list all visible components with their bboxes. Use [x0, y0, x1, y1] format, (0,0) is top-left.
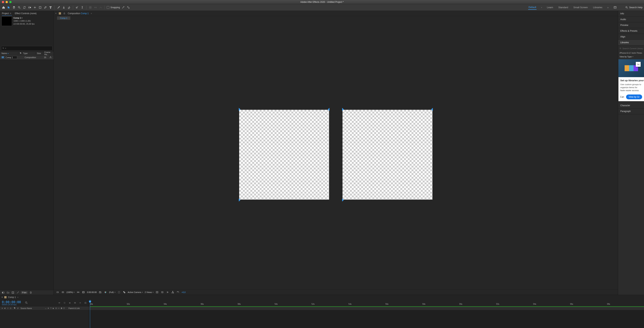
lock-icon[interactable]	[63, 12, 66, 14]
new-folder-icon[interactable]	[6, 291, 10, 294]
brush-tool-icon[interactable]	[56, 5, 61, 9]
share-view-icon[interactable]	[156, 291, 159, 294]
viewport-left[interactable]	[239, 110, 329, 200]
workspace-overflow-icon[interactable]: »	[607, 6, 609, 9]
hand-tool-icon[interactable]	[12, 5, 16, 9]
pixel-aspect-icon[interactable]	[161, 291, 164, 294]
zoom-tool-icon[interactable]	[17, 5, 21, 9]
mask-visibility-icon[interactable]	[61, 291, 64, 294]
comp-mini-flow-icon[interactable]	[58, 301, 61, 305]
time-ruler[interactable]: 00s02s04s06s08s10s12s14s16s18s20s22s24s2…	[89, 300, 644, 306]
close-timeline-icon[interactable]: ×	[2, 296, 3, 299]
timeline-tab[interactable]: Comp 1	[8, 296, 16, 299]
parent-link-col[interactable]: Parent & Link	[67, 307, 89, 309]
selection-tool-icon[interactable]	[7, 5, 11, 9]
asterisk-switch-icon[interactable]	[47, 307, 50, 309]
camera-selector[interactable]: Active Camera▾	[128, 291, 143, 293]
comp-name-input[interactable]	[5, 56, 17, 59]
col-size[interactable]: Size	[36, 52, 43, 54]
lock-col-icon[interactable]	[10, 307, 12, 309]
orbit-tool-icon[interactable]	[22, 5, 26, 9]
zoom-selector[interactable]: (100%)▾	[66, 291, 74, 293]
comp-mini-flowchart-tab[interactable]: Comp 1	[57, 16, 70, 20]
library-view-mode[interactable]: View by Type▾	[618, 55, 644, 59]
shy-switch-icon[interactable]	[44, 307, 47, 309]
panel-info[interactable]: Info	[618, 11, 644, 16]
new-comp-icon[interactable]	[11, 291, 14, 294]
workspace-default[interactable]: Default	[528, 5, 536, 10]
roto-brush-tool-icon[interactable]	[75, 5, 79, 9]
bit-depth-button[interactable]: 8 bpc	[21, 291, 28, 294]
transparency-grid-icon[interactable]	[122, 291, 126, 294]
close-viewer-icon[interactable]: ×	[55, 12, 56, 15]
label-col-icon[interactable]	[14, 307, 16, 309]
timeline-search-icon[interactable]	[25, 301, 28, 304]
panel-align[interactable]: Align	[618, 34, 644, 40]
eraser-tool-icon[interactable]	[67, 5, 71, 9]
library-name[interactable]: iPhone-6-4,7-inch-Three-	[618, 51, 644, 55]
pan-behind-tool-icon[interactable]	[33, 5, 37, 9]
panel-libraries[interactable]: Libraries	[618, 40, 644, 45]
snapping-opt1-icon[interactable]	[121, 5, 125, 9]
workspace-learn[interactable]: Learn	[546, 5, 553, 9]
roi-icon[interactable]	[117, 291, 121, 294]
search-help-label[interactable]: Search Help	[629, 6, 642, 9]
panel-audio[interactable]: Audio	[618, 16, 644, 22]
solo-icon[interactable]	[7, 307, 9, 309]
frame-blend-switch-icon[interactable]	[55, 307, 57, 309]
trash-icon[interactable]	[29, 291, 32, 294]
coach-cancel-button[interactable]: Can	[620, 94, 624, 99]
fx-switch-icon[interactable]: fx	[52, 307, 55, 309]
snapshot-icon[interactable]	[98, 291, 102, 294]
panel-paragraph[interactable]: Paragraph	[618, 108, 644, 114]
snapping-checkbox[interactable]	[107, 6, 109, 9]
effect-controls-tab[interactable]: Effect Controls (none)	[15, 12, 36, 15]
rectangle-tool-icon[interactable]	[38, 5, 42, 9]
label-icon[interactable]	[20, 52, 22, 54]
panel-effects-presets[interactable]: Effects & Presets	[618, 28, 644, 34]
motion-blur-icon[interactable]	[78, 301, 82, 305]
home-icon[interactable]	[2, 5, 6, 9]
col-name[interactable]: Name	[2, 52, 7, 54]
collapse-switch-icon[interactable]	[50, 307, 52, 309]
coach-cta-button[interactable]: View by Gr	[626, 94, 642, 99]
work-area-bar[interactable]	[90, 306, 644, 307]
type-tool-icon[interactable]	[48, 5, 52, 9]
3d-switch-icon[interactable]	[63, 307, 65, 309]
adjustment-switch-icon[interactable]	[60, 307, 62, 309]
draft-3d-icon[interactable]	[63, 301, 66, 305]
motion-blur-switch-icon[interactable]	[58, 307, 60, 309]
views-selector[interactable]: 2 Views▾	[145, 291, 154, 293]
current-time[interactable]: 0:00:00:00	[2, 300, 21, 304]
camera-tool-icon[interactable]	[28, 5, 32, 9]
timeline-track-area[interactable]: 00s02s04s06s08s10s12s14s16s18s20s22s24s2…	[89, 300, 644, 328]
reset-exposure-icon[interactable]	[176, 291, 180, 294]
workspace-libraries[interactable]: Libraries	[593, 5, 603, 9]
index-col[interactable]: #	[16, 307, 20, 309]
window-minimize-button[interactable]	[6, 1, 8, 3]
puppet-pin-tool-icon[interactable]	[80, 5, 84, 9]
comp-thumbnail[interactable]	[2, 16, 12, 26]
ruler-icon[interactable]	[76, 291, 80, 294]
safe-zones-icon[interactable]	[82, 291, 85, 294]
panel-preview[interactable]: Preview	[618, 22, 644, 28]
project-search[interactable]: ▾	[1, 46, 52, 50]
channel-icon[interactable]	[104, 291, 107, 294]
workspace-small-screen[interactable]: Small Screen	[573, 5, 588, 9]
workspace-standard[interactable]: Standard	[558, 5, 569, 9]
project-settings-icon[interactable]	[16, 291, 20, 294]
audio-icon[interactable]	[4, 307, 6, 309]
viewport-right[interactable]	[342, 110, 432, 200]
frame-blend-icon[interactable]	[73, 301, 77, 305]
window-close-button[interactable]	[2, 1, 4, 3]
preview-time[interactable]: 0:00:00:00	[87, 291, 97, 293]
window-zoom-button[interactable]	[9, 1, 12, 3]
fast-previews-icon[interactable]	[166, 291, 169, 294]
exposure-value[interactable]: +0,0	[182, 291, 186, 293]
interpret-footage-icon[interactable]	[2, 291, 5, 294]
snapping-opt2-icon[interactable]	[126, 5, 130, 9]
av-features-icon[interactable]	[1, 307, 3, 309]
library-search[interactable]: Search Current Library	[620, 47, 643, 50]
viewer-menu-icon[interactable]: ≡	[91, 12, 92, 14]
project-tab[interactable]: Project≡	[2, 12, 12, 15]
